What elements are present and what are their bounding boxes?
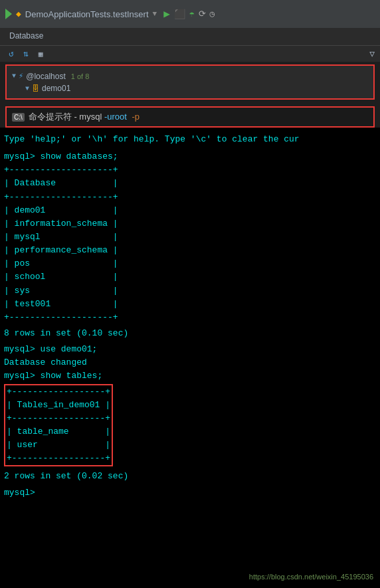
dropdown-arrow-icon[interactable]: ▼ xyxy=(153,10,157,18)
db-toolbar-row: ↺ ⇅ ▦ ▽ xyxy=(0,46,380,62)
db-subtree: ▼ 🗄 demo01 xyxy=(25,82,368,94)
cmd-prefix: 命令提示符 - mysql xyxy=(29,112,102,122)
database-label: demo01 xyxy=(42,84,70,93)
refresh-icon[interactable]: ↺ xyxy=(5,48,17,60)
tbl-row2: | user | xyxy=(5,439,112,452)
db-row-3: | mysql | xyxy=(4,231,376,244)
tbl-row1: | table_name | xyxy=(5,425,112,439)
db-row-5: | pos | xyxy=(4,257,376,270)
db-tab[interactable]: Database xyxy=(0,28,52,45)
database-item[interactable]: ▼ 🗄 demo01 xyxy=(25,82,368,94)
connection-label: @localhost xyxy=(26,72,66,81)
db-row-6: | school | xyxy=(4,270,376,284)
cmd-box: C:\ 命令提示符 - mysql -uroot -p xyxy=(5,106,375,128)
db-row-7: | sys | xyxy=(4,284,376,298)
cmd-text: 命令提示符 - mysql -uroot -p xyxy=(29,111,140,123)
tbl-header: | Tables_in_demo01 | xyxy=(5,399,112,412)
db-row-2: | information_schema | xyxy=(4,217,376,231)
db-header: | Database | xyxy=(4,177,376,190)
tables-result-box: +------------------+ | Tables_in_demo01 … xyxy=(4,384,113,467)
db-sep3: +--------------------+ xyxy=(4,311,376,324)
run-arrow-icon xyxy=(5,9,12,19)
db-row-8: | test001 | xyxy=(4,298,376,311)
play-icon[interactable]: ▶ xyxy=(163,7,170,21)
cmd2: mysql> use demo01; xyxy=(4,343,376,356)
cmd-icon: C:\ xyxy=(12,113,25,122)
connection-icon: ⚡ xyxy=(19,71,23,81)
cmd-flag2: -p xyxy=(132,112,140,122)
profile-icon[interactable]: ⟳ xyxy=(199,9,206,19)
prompt-end: mysql> xyxy=(4,486,376,500)
cmd-flag1: -uroot xyxy=(104,112,127,122)
db-expand-icon: ▼ xyxy=(25,85,29,92)
db-tree-box: ▼ ⚡ @localhost 1 of 8 ▼ 🗄 demo01 xyxy=(5,64,375,100)
db-sep1: +--------------------+ xyxy=(4,163,376,177)
tbl-sep1: +------------------+ xyxy=(5,385,112,399)
clock-icon: ◷ xyxy=(210,9,215,19)
db-panel-header: Database xyxy=(0,28,380,46)
connection-badge: 1 of 8 xyxy=(71,72,90,80)
db-changed: Database changed xyxy=(4,356,376,369)
terminal: Type 'help;' or '\h' for help. Type '\c'… xyxy=(0,128,380,588)
rows-set2: 2 rows in set (0.02 sec) xyxy=(4,470,376,483)
help-line: Type 'help;' or '\h' for help. Type '\c'… xyxy=(4,133,376,146)
filter-icon[interactable]: ▽ xyxy=(369,49,375,59)
footer-link[interactable]: https://blog.csdn.net/weixin_45195036 xyxy=(249,571,373,583)
tree-expand-icon: ▼ xyxy=(12,72,16,80)
main-container: ◆ DemoApplicationTests.testInsert ▼ ▶ ⬛ … xyxy=(0,0,380,588)
rows-set1: 8 rows in set (0.10 sec) xyxy=(4,327,376,340)
table-icon[interactable]: ▦ xyxy=(35,48,47,60)
run-config-label[interactable]: DemoApplicationTests.testInsert xyxy=(25,9,149,19)
db-icon: 🗄 xyxy=(32,84,39,93)
cmd1: mysql> show databases; xyxy=(4,150,376,163)
cmd3: mysql> show tables; xyxy=(4,369,376,383)
db-row-4: | performance_schema | xyxy=(4,244,376,257)
tbl-sep2: +------------------+ xyxy=(5,412,112,425)
connection-item[interactable]: ▼ ⚡ @localhost 1 of 8 xyxy=(12,70,368,82)
debug-icon[interactable]: ⬛ xyxy=(174,9,185,20)
db-sep2: +--------------------+ xyxy=(4,191,376,204)
toolbar: ◆ DemoApplicationTests.testInsert ▼ ▶ ⬛ … xyxy=(0,0,380,28)
sync-icon[interactable]: ⇅ xyxy=(20,48,32,60)
diamond-icon: ◆ xyxy=(16,9,21,19)
tbl-sep3: +------------------+ xyxy=(5,452,112,465)
db-row-1: | demo01 | xyxy=(4,204,376,217)
coverage-icon[interactable]: ☂ xyxy=(189,9,195,19)
